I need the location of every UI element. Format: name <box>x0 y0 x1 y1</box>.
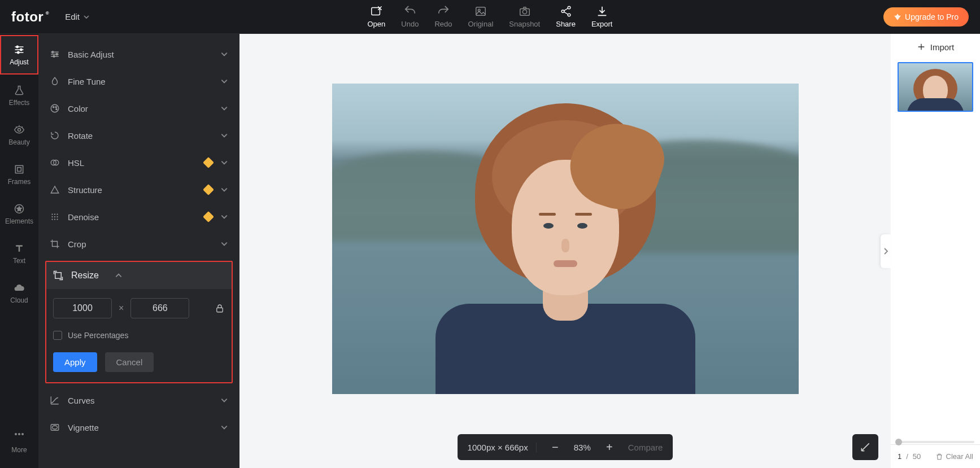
svg-point-29 <box>56 213 58 215</box>
panel-hsl[interactable]: HSL <box>38 149 239 176</box>
svg-rect-1 <box>476 7 486 16</box>
rail-elements[interactable]: Elements <box>0 194 38 234</box>
svg-rect-13 <box>18 167 21 171</box>
svg-point-34 <box>54 218 55 220</box>
undo-icon <box>404 5 416 18</box>
chevron-down-icon <box>220 423 228 431</box>
svg-point-21 <box>51 104 59 112</box>
chevron-down-icon <box>220 159 228 167</box>
clear-all-button[interactable]: Clear All <box>935 452 973 461</box>
panel-vignette[interactable]: Vignette <box>38 414 239 441</box>
panel-fine-tune[interactable]: Fine Tune <box>38 68 239 95</box>
svg-point-17 <box>21 433 24 435</box>
edit-menu[interactable]: Edit <box>65 12 90 21</box>
rail-cloud[interactable]: Cloud <box>0 273 38 313</box>
svg-point-4 <box>522 10 526 14</box>
zoom-out-button[interactable]: − <box>548 440 563 454</box>
height-input[interactable] <box>130 298 189 318</box>
svg-point-27 <box>51 213 53 215</box>
open-button[interactable]: Open <box>368 5 386 28</box>
chevron-down-icon <box>220 240 228 248</box>
svg-point-15 <box>15 433 17 435</box>
chevron-down-icon <box>220 104 228 112</box>
snapshot-button[interactable]: Snapshot <box>509 5 540 28</box>
rail-effects[interactable]: Effects <box>0 76 38 115</box>
grid-dots-icon <box>50 212 60 222</box>
svg-rect-36 <box>55 273 62 279</box>
rotate-icon <box>50 130 60 141</box>
svg-point-19 <box>56 54 58 55</box>
original-button[interactable]: Original <box>468 5 493 28</box>
svg-rect-0 <box>372 8 380 15</box>
thumbnail[interactable] <box>898 62 973 112</box>
zoom-in-button[interactable]: + <box>602 440 617 454</box>
cloud-icon <box>14 282 25 294</box>
curves-icon <box>50 395 60 405</box>
rail-adjust[interactable]: Adjust <box>0 35 38 75</box>
premium-icon <box>203 184 214 195</box>
svg-point-31 <box>54 216 55 217</box>
eye-icon <box>14 124 25 135</box>
sliders-icon <box>50 49 60 59</box>
share-icon <box>560 5 572 18</box>
triangle-icon <box>50 185 60 195</box>
drop-icon <box>50 76 60 86</box>
hsl-icon <box>50 158 60 168</box>
svg-point-10 <box>18 51 19 53</box>
use-percentages-checkbox[interactable]: Use Percentages <box>53 331 225 340</box>
panel-curves[interactable]: Curves <box>38 387 239 414</box>
panel-structure[interactable]: Structure <box>38 176 239 203</box>
chevron-down-icon <box>220 213 228 221</box>
cancel-button[interactable]: Cancel <box>105 352 154 372</box>
svg-point-32 <box>56 216 58 217</box>
svg-point-9 <box>20 49 22 50</box>
panel-denoise[interactable]: Denoise <box>38 203 239 230</box>
chevron-up-icon <box>115 272 123 279</box>
svg-point-23 <box>55 107 56 108</box>
redo-button[interactable]: Redo <box>434 5 452 28</box>
thumbnail-scrollbar[interactable] <box>896 441 974 443</box>
dimension-separator: × <box>119 303 124 313</box>
canvas-image[interactable] <box>332 84 799 394</box>
rail-more[interactable]: More <box>0 423 38 462</box>
app-logo: fotor® <box>11 9 49 25</box>
import-button[interactable]: Import <box>891 34 980 60</box>
resize-icon <box>53 270 63 281</box>
collapse-panel-button[interactable] <box>881 234 891 268</box>
resize-header[interactable]: Resize <box>46 262 232 289</box>
svg-point-24 <box>56 108 57 110</box>
flask-icon <box>14 85 25 96</box>
diamond-icon <box>894 13 901 21</box>
open-icon <box>370 5 382 18</box>
image-icon <box>474 5 487 18</box>
lock-icon[interactable] <box>215 303 225 313</box>
width-input[interactable] <box>53 298 112 318</box>
rail-frames[interactable]: Frames <box>0 155 38 194</box>
panel-rotate[interactable]: Rotate <box>38 122 239 149</box>
svg-point-8 <box>16 46 18 47</box>
panel-crop[interactable]: Crop <box>38 230 239 257</box>
undo-button[interactable]: Undo <box>401 5 419 28</box>
export-button[interactable]: Export <box>591 5 613 28</box>
panel-basic-adjust[interactable]: Basic Adjust <box>38 41 239 68</box>
apply-button[interactable]: Apply <box>53 352 97 372</box>
chevron-down-icon <box>83 14 90 20</box>
rail-beauty[interactable]: Beauty <box>0 115 38 155</box>
plus-icon <box>917 42 926 51</box>
upgrade-button[interactable]: Upgrade to Pro <box>883 7 969 27</box>
share-button[interactable]: Share <box>556 5 576 28</box>
svg-rect-12 <box>15 165 23 173</box>
canvas-area[interactable]: 1000px × 666px − 83% + Compare <box>239 34 891 468</box>
zoom-level: 83% <box>574 443 591 452</box>
rail-text[interactable]: Text <box>0 234 38 273</box>
svg-point-28 <box>54 213 55 215</box>
svg-rect-37 <box>217 308 223 312</box>
chevron-down-icon <box>220 186 228 194</box>
svg-point-20 <box>53 55 55 57</box>
compare-button[interactable]: Compare <box>628 443 663 452</box>
panel-resize: Resize × Use Percentages Apply Cancel <box>45 261 233 383</box>
svg-point-33 <box>51 218 53 220</box>
fit-screen-button[interactable] <box>852 434 878 460</box>
frame-icon <box>14 164 25 175</box>
panel-color[interactable]: Color <box>38 95 239 122</box>
